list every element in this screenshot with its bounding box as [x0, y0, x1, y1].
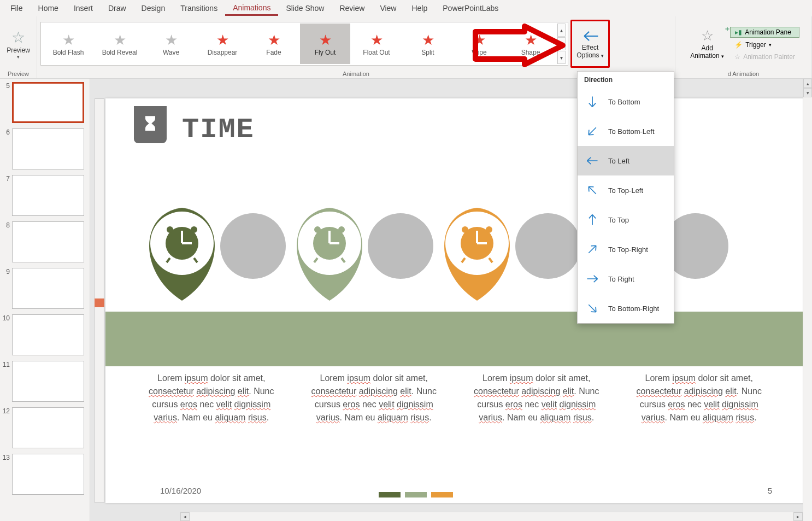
- arrow-icon: [585, 183, 599, 197]
- thumbnail-row[interactable]: 10: [2, 314, 87, 355]
- svg-point-8: [167, 226, 173, 233]
- animation-pane-button[interactable]: ▸▮Animation Pane: [730, 27, 799, 38]
- tab-file[interactable]: File: [3, 2, 31, 15]
- thumbnail-row[interactable]: 9: [2, 268, 87, 309]
- preview-group-label: Preview: [8, 69, 29, 77]
- thumbnail-number: 10: [2, 314, 12, 322]
- direction-to-bottom[interactable]: To Bottom: [578, 87, 674, 116]
- tab-draw[interactable]: Draw: [101, 2, 134, 15]
- tab-home[interactable]: Home: [31, 2, 66, 15]
- vertical-scrollbar[interactable]: ▴ ▾: [803, 79, 812, 521]
- lightning-icon: ⚡: [734, 41, 743, 49]
- advanced-group-label: d Animation: [728, 69, 759, 77]
- thumbnail[interactable]: [12, 268, 84, 309]
- animation-disappear[interactable]: ★Disappear: [197, 24, 248, 64]
- thumbnail-row[interactable]: 8: [2, 221, 87, 262]
- thumbnail-row[interactable]: 13: [2, 454, 87, 495]
- timeline-graphic[interactable]: [138, 191, 772, 323]
- animation-wave[interactable]: ★Wave: [146, 24, 196, 64]
- tab-design[interactable]: Design: [134, 2, 173, 15]
- animation-float-out[interactable]: ★Float Out: [351, 24, 402, 64]
- star-icon: ★: [319, 32, 332, 49]
- thumbnail[interactable]: [12, 221, 84, 262]
- thumbnail-number: 5: [2, 82, 12, 90]
- thumbnail[interactable]: [12, 314, 84, 355]
- direction-label: To Top-Right: [608, 245, 648, 254]
- horizontal-scrollbar[interactable]: ◂ ▸: [180, 512, 803, 521]
- direction-to-bottom-left[interactable]: To Bottom-Left: [578, 116, 674, 146]
- trigger-button[interactable]: ⚡Trigger ▾: [730, 40, 799, 50]
- tab-insert[interactable]: Insert: [66, 2, 101, 15]
- animation-group-label: Animation: [343, 69, 369, 77]
- body-column[interactable]: Lorem ipsum dolor sit amet, consectetur …: [626, 372, 773, 424]
- animation-label: Split: [421, 49, 434, 56]
- animation-bold-reveal[interactable]: ★Bold Reveal: [95, 24, 145, 64]
- slide-page-number: 5: [768, 486, 772, 495]
- scroll-up-button[interactable]: ▴: [803, 79, 812, 88]
- arrow-icon: [585, 154, 599, 168]
- body-column[interactable]: Lorem ipsum dolor sit amet, consectetur …: [138, 372, 285, 424]
- slide-thumbnails[interactable]: 5★678910111213: [0, 79, 90, 521]
- direction-to-right[interactable]: To Right: [578, 264, 674, 294]
- tab-view[interactable]: View: [372, 2, 404, 15]
- preview-button[interactable]: ☆ Preview ▾: [3, 28, 34, 60]
- direction-to-top-right[interactable]: To Top-Right: [578, 235, 674, 264]
- thumbnail-row[interactable]: 5★: [2, 82, 87, 123]
- thumbnail-row[interactable]: 7: [2, 175, 87, 216]
- direction-label: To Bottom-Left: [608, 127, 655, 136]
- direction-to-left[interactable]: To Left: [578, 146, 674, 175]
- thumbnail[interactable]: [12, 128, 84, 169]
- direction-to-top-left[interactable]: To Top-Left: [578, 175, 674, 205]
- animation-label: Bold Reveal: [102, 49, 138, 56]
- thumbnail[interactable]: [12, 407, 84, 448]
- thumbnail-row[interactable]: 12: [2, 407, 87, 448]
- svg-point-0: [220, 213, 286, 279]
- thumbnail[interactable]: [12, 82, 84, 123]
- scroll-left-button[interactable]: ◂: [180, 512, 190, 521]
- thumbnail-number: 7: [2, 175, 12, 183]
- tab-help[interactable]: Help: [404, 2, 435, 15]
- body-columns: Lorem ipsum dolor sit amet, consectetur …: [138, 372, 772, 424]
- arrow-icon: [585, 242, 599, 256]
- animation-bold-flash[interactable]: ★Bold Flash: [43, 24, 93, 64]
- slide[interactable]: TIME Lorem ipsum dolor sit amet, consect…: [105, 98, 805, 503]
- animation-fly-out[interactable]: ★Fly Out: [300, 24, 350, 64]
- color-tabs: [379, 492, 453, 497]
- thumbnail-number: 6: [2, 128, 12, 136]
- direction-to-top[interactable]: To Top: [578, 205, 674, 235]
- add-animation-button[interactable]: ☆＋ AddAnimation ▾: [687, 27, 727, 60]
- star-icon: ★: [268, 32, 280, 49]
- tab-transitions[interactable]: Transitions: [173, 2, 225, 15]
- thumbnail-row[interactable]: 11: [2, 361, 87, 402]
- arrow-icon: [585, 124, 599, 138]
- body-column[interactable]: Lorem ipsum dolor sit amet, consectetur …: [463, 372, 610, 424]
- thumbnail[interactable]: [12, 454, 84, 495]
- thumbnail-row[interactable]: 6: [2, 128, 87, 169]
- scroll-right-button[interactable]: ▸: [793, 512, 803, 521]
- direction-label: To Top-Left: [608, 186, 643, 195]
- slide-title[interactable]: TIME: [182, 114, 255, 146]
- animation-split[interactable]: ★Split: [403, 24, 453, 64]
- tab-review[interactable]: Review: [332, 2, 372, 15]
- svg-point-16: [314, 226, 321, 233]
- star-brush-icon: ☆: [734, 53, 740, 61]
- star-icon: ★: [216, 32, 229, 49]
- effect-options-button[interactable]: EffectOptions ▾: [570, 20, 610, 68]
- animation-label: Bold Flash: [53, 49, 84, 56]
- ribbon: ☆ Preview ▾ Preview ★Bold Flash★Bold Rev…: [0, 16, 812, 79]
- scroll-down-button[interactable]: ▾: [803, 88, 812, 97]
- star-icon: ☆: [11, 28, 25, 46]
- tab-slideshow[interactable]: Slide Show: [278, 2, 332, 15]
- direction-to-bottom-right[interactable]: To Bottom-Right: [578, 294, 674, 323]
- animation-fade[interactable]: ★Fade: [249, 24, 299, 64]
- thumbnail-number: 9: [2, 268, 12, 276]
- thumbnail-number: 11: [2, 361, 12, 368]
- thumbnail[interactable]: [12, 175, 84, 216]
- thumbnail[interactable]: [12, 361, 84, 402]
- direction-label: To Bottom-Right: [608, 305, 659, 313]
- thumbnail-number: 8: [2, 221, 12, 229]
- svg-point-17: [338, 226, 345, 233]
- tab-powerpointlabs[interactable]: PowerPointLabs: [435, 2, 506, 15]
- tab-animations[interactable]: Animations: [225, 1, 278, 16]
- body-column[interactable]: Lorem ipsum dolor sit amet, consectetur …: [301, 372, 448, 424]
